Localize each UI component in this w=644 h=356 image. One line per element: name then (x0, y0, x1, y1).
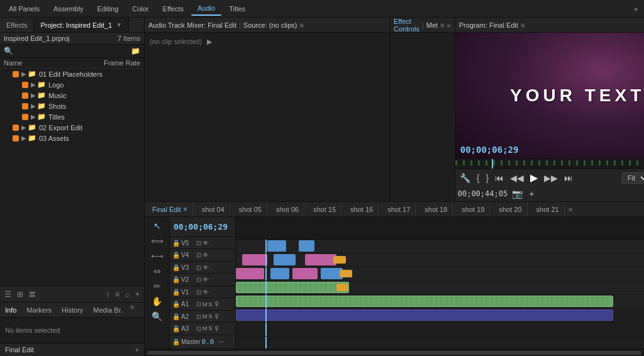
timeline-scrollbar[interactable] (145, 348, 644, 356)
list-item[interactable]: ▶ 📁 Music (0, 90, 144, 101)
track-row-a3[interactable] (236, 337, 644, 348)
clip-v4-1[interactable] (242, 254, 267, 265)
tab-final-edit[interactable]: Final Edit ≡ (147, 202, 193, 216)
solo-a1[interactable]: S (209, 301, 213, 308)
clip-v3-3[interactable] (292, 268, 318, 279)
mic-a3[interactable]: 🎙 (214, 325, 220, 332)
tab-markers[interactable]: Markers (21, 303, 57, 317)
zoom-tl-tool[interactable]: 🔍 (150, 310, 165, 323)
clip-v2-1[interactable] (236, 282, 349, 293)
clip-v2-warn[interactable] (336, 284, 348, 291)
scrollbar-thumb[interactable] (147, 351, 641, 355)
tab-shot-15[interactable]: shot 15 (308, 202, 341, 216)
sync-v4[interactable]: ⊡ (196, 252, 201, 259)
lock-a1[interactable]: 🔒 (172, 301, 180, 308)
play-btn[interactable]: ▶ (528, 170, 540, 185)
track-row-v3[interactable] (236, 267, 644, 281)
nav-editing[interactable]: Editing (91, 3, 125, 15)
lock-a2[interactable]: 🔒 (172, 313, 180, 320)
metadata-btn[interactable]: 𝌆 (27, 289, 38, 299)
clip-v4-3[interactable] (305, 254, 336, 265)
list-item[interactable]: ▶ 📁 01 Edit Placeholders (0, 69, 144, 79)
clip-v5-1[interactable] (267, 240, 286, 252)
list-item[interactable]: ▶ 📁 Logo (0, 79, 144, 90)
clip-v4-2[interactable] (274, 254, 296, 265)
select-tool[interactable]: ↖ (150, 220, 165, 232)
solo-a3[interactable]: S (209, 325, 213, 331)
step-fwd-btn[interactable]: ⏭ (562, 172, 575, 184)
clip-v3-2[interactable] (270, 268, 289, 279)
lock-v5[interactable]: 🔒 (172, 240, 180, 247)
lock-master[interactable]: 🔒 (172, 338, 180, 345)
search-small-btn[interactable]: ⌕ (123, 289, 131, 299)
tab-shot-21[interactable]: shot 21 (531, 202, 565, 216)
slip-tool[interactable]: ⇔ (150, 265, 165, 277)
pen-tool[interactable]: ✏ (150, 280, 165, 292)
razor-tool[interactable]: ⟺ (150, 235, 165, 247)
wrench-btn[interactable]: 🔧 (458, 172, 472, 184)
mute-a2[interactable]: M (203, 313, 208, 320)
add-track-btn[interactable]: + (135, 346, 139, 353)
monitor-menu-btn[interactable]: ≡ (521, 21, 525, 29)
lock-a3[interactable]: 🔒 (172, 325, 180, 332)
sync-v5[interactable]: ⊡ (196, 240, 201, 247)
effect-controls-menu-btn[interactable]: ≡ (440, 21, 444, 29)
tab-history[interactable]: History (57, 303, 88, 317)
folder-icon[interactable]: 📁 (131, 47, 140, 55)
track-row-a1[interactable] (236, 309, 644, 323)
sort-btn[interactable]: ↕ (104, 289, 111, 299)
icon-view-btn[interactable]: ⊞ (15, 289, 25, 299)
bracket-out-btn[interactable]: } (484, 172, 491, 184)
tab-shot-17[interactable]: shot 17 (382, 202, 416, 216)
solo-a2[interactable]: S (209, 313, 213, 320)
tab-shot-19[interactable]: shot 19 (457, 202, 490, 216)
mute-a1[interactable]: M (203, 301, 208, 308)
sync-a1[interactable]: ⊡ (196, 301, 201, 308)
eye-v2[interactable]: 👁 (203, 276, 209, 283)
lock-v2[interactable]: 🔒 (172, 276, 180, 283)
sync-v3[interactable]: ⊡ (196, 264, 201, 271)
tab-shot-18[interactable]: shot 18 (419, 202, 453, 216)
eye-v5[interactable]: 👁 (203, 240, 209, 247)
nav-all-panels[interactable]: All Panels (3, 3, 46, 15)
clip-v3-warn[interactable] (340, 270, 352, 277)
sync-a2[interactable]: ⊡ (196, 313, 201, 320)
tab-shot-04[interactable]: shot 04 (197, 202, 230, 216)
frame-fwd-btn[interactable]: ▶▶ (542, 172, 560, 184)
tab-shot-05[interactable]: shot 05 (234, 202, 267, 216)
sync-a3[interactable]: ⊡ (196, 325, 201, 332)
track-row-v4[interactable] (236, 253, 644, 267)
track-row-a2[interactable] (236, 323, 644, 337)
clip-v4-warn[interactable] (333, 256, 346, 264)
lock-v1[interactable]: 🔒 (172, 289, 180, 296)
list-view-btn[interactable]: ☰ (3, 289, 13, 299)
tab-menu-icon[interactable]: ≡ (184, 206, 187, 213)
list-item[interactable]: ▶ 📁 Shots (0, 101, 144, 111)
sync-v1[interactable]: ⊡ (196, 289, 201, 296)
timeline-more-btn[interactable]: » (569, 205, 573, 214)
lock-v3[interactable]: 🔒 (172, 264, 180, 271)
tab-shot-06[interactable]: shot 06 (271, 202, 304, 216)
track-row-v1[interactable] (236, 295, 644, 309)
settings-btn[interactable]: ≡ (113, 289, 121, 299)
nav-effects[interactable]: Effects (157, 3, 190, 15)
close-project-tab[interactable]: ▼ (116, 21, 122, 28)
nav-more-btn[interactable]: » (630, 4, 641, 14)
nav-audio[interactable]: Audio (191, 2, 221, 16)
mic-a1[interactable]: 🎙 (214, 301, 220, 308)
mute-a3[interactable]: M (203, 325, 208, 331)
nav-assembly[interactable]: Assembly (47, 3, 90, 15)
tab-media-browser[interactable]: Media Br. (88, 303, 127, 317)
nav-titles[interactable]: Titles (223, 3, 252, 15)
nav-color[interactable]: Color (126, 3, 155, 15)
tab-project[interactable]: Project: Inspired Edit_1 ▼ (34, 18, 129, 32)
clip-v1-main[interactable] (236, 296, 613, 307)
clip-v5-2[interactable] (299, 240, 314, 252)
fit-dropdown[interactable]: Fit (622, 172, 644, 184)
new-bin-btn[interactable]: + (133, 289, 142, 299)
track-row-v5[interactable] (236, 240, 644, 253)
track-row-v2[interactable] (236, 281, 644, 295)
audio-mixer-menu-btn[interactable]: ≡ (299, 21, 303, 29)
eye-v4[interactable]: 👁 (203, 252, 209, 259)
list-item[interactable]: ▶ 📁 03 Assets (0, 133, 144, 143)
